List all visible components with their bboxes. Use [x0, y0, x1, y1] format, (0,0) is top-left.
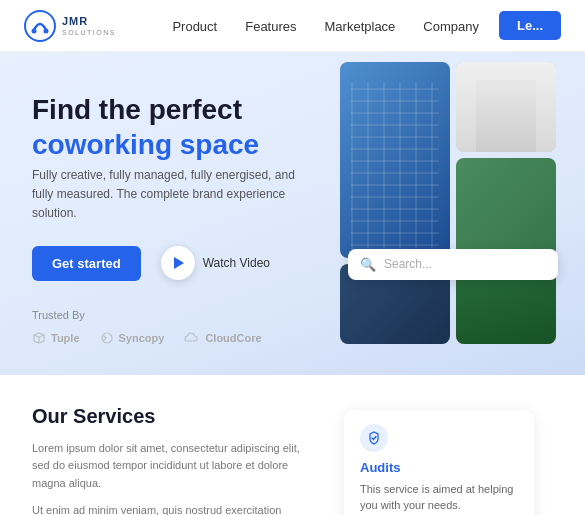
hero-image-2: [456, 62, 556, 152]
hero-image-1: [340, 62, 450, 258]
hero-title-accent: coworking space: [32, 127, 312, 162]
audit-desc: This service is aimed at helping you wit…: [360, 481, 518, 514]
audit-card: Audits This service is aimed at helping …: [344, 410, 534, 515]
nav-link-product[interactable]: Product: [172, 19, 217, 34]
get-started-button[interactable]: Get started: [32, 246, 141, 281]
nav-menu: Product Features Marketplace Company: [172, 17, 479, 35]
trusted-tuple: Tuple: [32, 331, 80, 345]
nav-cta-button[interactable]: Le...: [499, 11, 561, 40]
logo-sub: SOLUTIONS: [62, 29, 116, 36]
audit-title: Audits: [360, 460, 518, 475]
services-desc-2: Ut enim ad minim veniam, quis nostrud ex…: [32, 502, 312, 515]
hero-content: Find the perfect coworking space Fully c…: [0, 52, 340, 375]
play-icon: [161, 246, 195, 280]
services-right-content: Audits This service is aimed at helping …: [344, 405, 534, 515]
watch-video-button[interactable]: Watch Video: [161, 246, 270, 280]
cloudcore-icon: [184, 331, 200, 345]
services-left-content: Our Services Lorem ipsum dolor sit amet,…: [32, 405, 312, 515]
logo[interactable]: JMR SOLUTIONS: [24, 10, 116, 42]
services-section: Our Services Lorem ipsum dolor sit amet,…: [0, 375, 585, 515]
nav-item-marketplace[interactable]: Marketplace: [325, 17, 396, 35]
hero-image-grid: 🔍 Search...: [340, 52, 564, 375]
logo-name: JMR: [62, 15, 116, 28]
hero-subtitle: Fully creative, fully managed, fully ene…: [32, 166, 302, 224]
trusted-syncopy: Syncopy: [100, 331, 165, 345]
watch-video-label: Watch Video: [203, 256, 270, 270]
nav-link-company[interactable]: Company: [423, 19, 479, 34]
nav-link-features[interactable]: Features: [245, 19, 296, 34]
svg-point-0: [25, 11, 55, 41]
search-placeholder[interactable]: Search...: [384, 257, 546, 271]
search-bar[interactable]: 🔍 Search...: [348, 249, 558, 280]
svg-point-1: [32, 28, 37, 33]
svg-point-3: [102, 333, 112, 343]
services-desc-1: Lorem ipsum dolor sit amet, consectetur …: [32, 440, 312, 493]
navbar: JMR SOLUTIONS Product Features Marketpla…: [0, 0, 585, 52]
nav-item-product[interactable]: Product: [172, 17, 217, 35]
search-icon: 🔍: [360, 257, 376, 272]
logo-icon: [24, 10, 56, 42]
trusted-by-label: Trusted By: [32, 309, 312, 321]
tuple-icon: [32, 331, 46, 345]
services-title: Our Services: [32, 405, 312, 428]
syncopy-icon: [100, 331, 114, 345]
trusted-logos: Tuple Syncopy CloudCore: [32, 331, 312, 345]
trusted-cloudcore: CloudCore: [184, 331, 261, 345]
nav-item-features[interactable]: Features: [245, 17, 296, 35]
svg-point-2: [44, 28, 49, 33]
nav-link-marketplace[interactable]: Marketplace: [325, 19, 396, 34]
nav-item-company[interactable]: Company: [423, 17, 479, 35]
audit-icon: [360, 424, 388, 452]
hero-section: Find the perfect coworking space Fully c…: [0, 52, 585, 375]
hero-title: Find the perfect coworking space: [32, 92, 312, 162]
hero-actions: Get started Watch Video: [32, 246, 312, 281]
